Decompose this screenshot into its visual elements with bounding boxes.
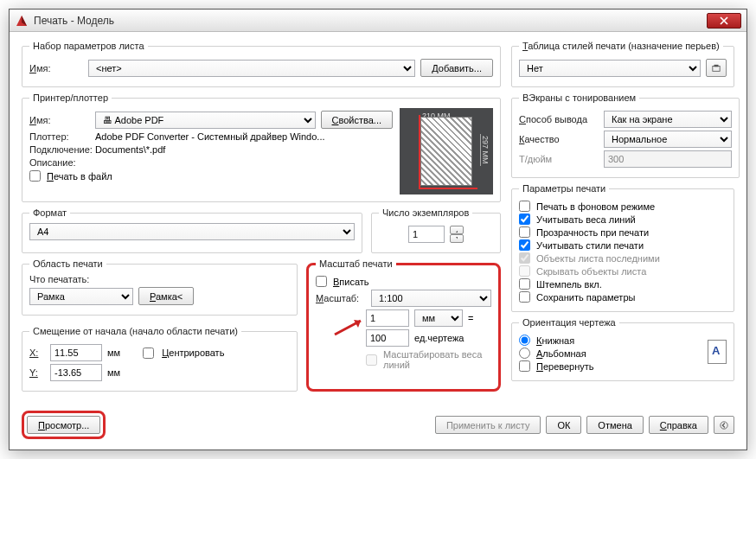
center-checkbox[interactable] [143,348,154,359]
shade-output-label: Способ вывода [519,114,599,124]
portrait-label: Книжная [536,335,574,346]
shaded-viewport-group: ВЭкраны с тонированием Способ вывода Как… [511,92,740,178]
plot-options-legend: Параметры печати [519,183,609,194]
plotter-label: Плоттер: [29,131,90,142]
printer-name-label: Имя: [29,115,90,125]
opt-styles-label: Учитывать стили печати [536,240,644,251]
printer-properties-button[interactable]: Свойства... [321,111,393,129]
center-label: Центрировать [162,348,224,358]
upside-down-checkbox[interactable] [519,360,530,372]
plot-style-edit-button[interactable] [706,59,727,77]
printer-group: Принтер/плоттер Имя: 🖶 Adobe PDF Свойств… [22,92,501,202]
offset-y-label: Y: [29,367,45,378]
titlebar: Печать - Модель [10,10,746,32]
plotter-value: Adobe PDF Converter - Системный драйвер … [95,131,325,142]
plot-dialog: Печать - Модель Набор параметров листа И… [9,9,747,450]
plot-style-select[interactable]: Нет [519,60,701,77]
connection-label: Подключение: [29,144,90,155]
close-button[interactable] [707,13,741,29]
description-label: Описание: [29,157,90,168]
app-icon [15,14,29,28]
copies-group: Число экземпляров [371,207,501,253]
landscape-label: Альбомная [536,348,586,359]
window-pick-button[interactable]: Рамка< [138,287,194,305]
copies-input[interactable] [408,226,445,243]
plot-scale-legend: Масштаб печати [316,258,396,269]
window-title: Печать - Модель [34,15,707,27]
scale-select[interactable]: 1:100 [371,290,491,307]
arrow-annotation [333,317,368,336]
opt-transparency-checkbox[interactable] [519,226,530,238]
scale-unit-select[interactable]: мм [414,309,463,327]
opt-hide-checkbox [519,265,530,277]
opt-save-label: Сохранить параметры [536,292,635,303]
shaded-legend: ВЭкраны с тонированием [519,92,639,103]
opt-stamp-label: Штемпель вкл. [536,279,602,290]
scale-unit-input[interactable] [366,309,409,327]
scale-lineweights-checkbox [366,354,377,366]
copies-up-button[interactable] [450,226,464,234]
landscape-radio[interactable] [519,348,530,359]
page-setup-legend: Набор параметров листа [29,41,148,51]
opt-save-checkbox[interactable] [519,291,530,303]
page-setup-name-label: Имя: [29,63,83,73]
scale-label: Масштаб: [316,293,366,303]
svg-point-7 [721,421,727,428]
upside-down-label: Перевернуть [536,361,594,372]
help-button[interactable]: Справка [649,416,708,434]
orientation-group: Ориентация чертежа Книжная Альбомная Пер… [511,317,734,381]
svg-rect-6 [714,64,719,67]
fit-to-paper-label: Вписать [333,277,369,287]
scale-lineweights-label: Масштабировать веса линий [383,349,491,370]
opt-background-label: Печать в фоновом режиме [536,201,655,212]
page-setup-group: Набор параметров листа Имя: <нет> Добави… [22,41,501,87]
collapse-button[interactable] [714,416,734,434]
quality-label: Качество [519,134,599,144]
offset-x-label: X: [29,348,45,358]
paper-size-legend: Формат [29,207,70,218]
opt-paperspace-checkbox [519,252,530,264]
shade-output-select[interactable]: Как на экране [604,111,732,128]
copies-down-button[interactable] [450,234,464,243]
apply-to-layout-button: Применить к листу [435,416,541,434]
offset-x-unit: мм [107,348,120,358]
orientation-icon [708,340,727,364]
printer-legend: Принтер/плоттер [29,92,112,103]
quality-select[interactable]: Нормальное [604,131,732,148]
plot-scale-group: Масштаб печати Вписать Масштаб: 1:100 [306,258,501,392]
portrait-radio[interactable] [519,335,530,346]
paper-preview: 210 MM 297 MM [400,108,493,194]
dpi-label: Т/дюйм [519,154,599,164]
dialog-footer: Просмотр... Применить к листу ОК Отмена … [10,407,746,450]
offset-y-input[interactable] [50,364,102,381]
offset-x-input[interactable] [50,344,102,361]
offset-y-unit: мм [107,367,120,378]
fit-to-paper-checkbox[interactable] [316,276,327,287]
opt-stamp-checkbox[interactable] [519,278,530,290]
connection-value: Documents\*.pdf [95,144,165,155]
paper-size-select[interactable]: A4 [29,223,355,240]
opt-background-checkbox[interactable] [519,201,530,212]
opt-lineweights-checkbox[interactable] [519,214,530,225]
opt-lineweights-label: Учитывать веса линий [536,214,636,225]
cancel-button[interactable]: Отмена [586,416,643,434]
page-setup-name-select[interactable]: <нет> [88,60,415,77]
preview-button[interactable]: Просмотр... [27,416,100,434]
opt-styles-checkbox[interactable] [519,239,530,251]
copies-legend: Число экземпляров [379,207,472,218]
plot-style-legend: Таблица стилей печати (назначение перьев… [519,41,723,51]
svg-marker-2 [456,228,458,233]
plot-area-legend: Область печати [29,258,106,269]
plot-style-group: Таблица стилей печати (назначение перьев… [511,41,734,87]
ok-button[interactable]: ОК [546,416,581,434]
page-setup-add-button[interactable]: Добавить... [420,59,493,77]
print-to-file-checkbox[interactable] [29,170,41,182]
paper-size-group: Формат A4 [22,207,362,253]
plot-what-select[interactable]: Рамка [29,288,133,305]
plot-options-group: Параметры печати Печать в фоновом режиме… [511,183,734,312]
printer-name-select[interactable]: 🖶 Adobe PDF [95,112,316,129]
plot-what-label: Что печатать: [29,274,290,284]
scale-drawing-input[interactable] [366,329,409,347]
scale-equals: = [468,313,473,323]
plot-area-group: Область печати Что печатать: Рамка Рамка… [22,258,298,316]
